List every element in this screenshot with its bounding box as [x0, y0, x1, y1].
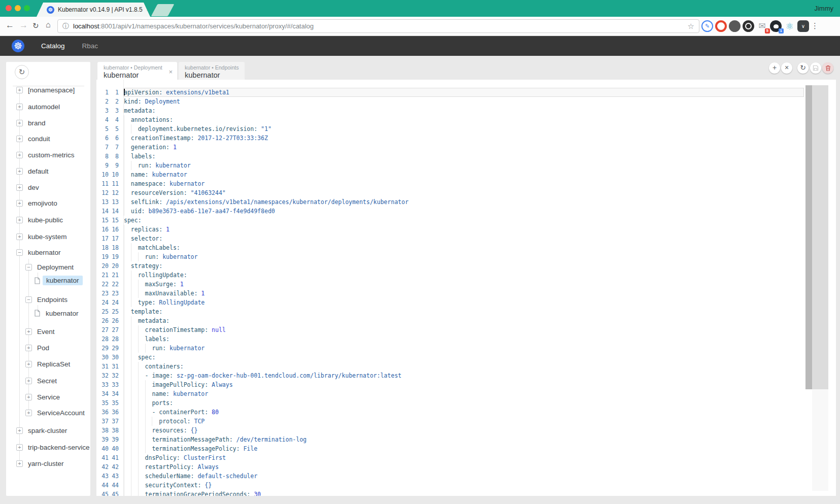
- line-number: 19: [109, 252, 119, 261]
- expand-icon[interactable]: +: [16, 427, 23, 434]
- home-icon[interactable]: ⌂: [46, 20, 51, 29]
- window-zoom-button[interactable]: [24, 5, 30, 11]
- back-icon[interactable]: ←: [6, 20, 14, 30]
- tree-item-kube-public[interactable]: +kube-public: [6, 215, 90, 226]
- expand-icon[interactable]: +: [16, 217, 23, 223]
- window-minimize-button[interactable]: [15, 5, 21, 11]
- nav-item-catalog[interactable]: Catalog: [41, 42, 65, 50]
- collapse-icon[interactable]: −: [16, 249, 23, 256]
- expand-icon[interactable]: +: [25, 345, 32, 351]
- expand-icon[interactable]: +: [16, 152, 23, 158]
- expand-icon[interactable]: +: [16, 460, 23, 467]
- bookmark-star-icon[interactable]: ☆: [688, 22, 694, 31]
- tree-item-brand[interactable]: +brand: [6, 118, 90, 129]
- browser-tab[interactable]: ☸ Kubernator v0.14.9 | API v1.8.5 ×: [37, 3, 150, 17]
- tree-item-event[interactable]: +Event: [6, 326, 90, 338]
- expand-icon[interactable]: +: [25, 328, 32, 335]
- tree-item-pod[interactable]: +Pod: [6, 343, 90, 354]
- tree-item-label: brand: [28, 119, 46, 127]
- tree-item-spark-cluster[interactable]: +spark-cluster: [6, 425, 90, 436]
- tree-item-replicaset[interactable]: +ReplicaSet: [6, 359, 90, 370]
- add-tab-button[interactable]: +: [769, 62, 780, 74]
- tree-item-deployment[interactable]: −Deployment: [6, 262, 90, 273]
- pen-extension-icon[interactable]: ✎: [701, 20, 713, 32]
- code-text: annotations:: [124, 115, 804, 124]
- sidebar-refresh-button[interactable]: ↻: [15, 65, 29, 79]
- line-number: 16: [109, 225, 119, 234]
- tree-item-kubernator[interactable]: −kubernator: [6, 247, 90, 258]
- line-number: 15: [109, 216, 119, 225]
- editor-scrollbar-thumb[interactable]: [812, 85, 828, 389]
- tree-item-custom-metrics[interactable]: +custom-metrics: [6, 150, 90, 161]
- expand-icon[interactable]: +: [25, 410, 32, 416]
- tree-item-endpoints[interactable]: −Endpoints: [6, 294, 90, 306]
- resource-tab-deployment[interactable]: kubernator • Deployment kubernator ×: [97, 62, 177, 80]
- close-tab-button[interactable]: ×: [781, 62, 792, 74]
- yaml-editor[interactable]: 11apiVersion: extensions/v1beta122kind: …: [96, 80, 836, 496]
- expand-icon[interactable]: +: [16, 87, 23, 93]
- delete-resource-button[interactable]: [822, 62, 833, 74]
- tree-item-conduit[interactable]: +conduit: [6, 133, 90, 145]
- expand-icon[interactable]: +: [25, 361, 32, 367]
- tab-close-icon[interactable]: ×: [169, 68, 173, 76]
- page-info-icon[interactable]: ⓘ: [62, 22, 69, 31]
- tree-item-kubernator[interactable]: kubernator: [6, 276, 90, 287]
- address-bar[interactable]: ⓘ localhost:8001/api/v1/namespaces/kuber…: [57, 19, 699, 33]
- github-extension-icon[interactable]: 1: [770, 20, 782, 32]
- code-text: securityContext: {}: [124, 481, 804, 490]
- expand-icon[interactable]: +: [25, 394, 32, 400]
- tree-item-default[interactable]: +default: [6, 166, 90, 177]
- code-text: terminationMessagePolicy: File: [124, 444, 804, 453]
- tab-close-icon[interactable]: ×: [147, 6, 150, 13]
- browser-profile-name[interactable]: Jimmy: [814, 5, 833, 12]
- line-number: 24: [109, 298, 119, 307]
- nav-item-rbac[interactable]: Rbac: [82, 42, 98, 50]
- evernote-extension-icon[interactable]: [729, 20, 741, 32]
- tree-item-automodel[interactable]: +automodel: [6, 102, 90, 113]
- tree-item-serviceaccount[interactable]: +ServiceAccount: [6, 408, 90, 419]
- tree-item-yarn-cluster[interactable]: +yarn-cluster: [6, 458, 90, 469]
- collapse-icon[interactable]: −: [25, 264, 32, 271]
- line-number: 28: [109, 334, 119, 344]
- tree-item-dev[interactable]: +dev: [6, 182, 90, 193]
- tree-item--nonamespace-[interactable]: +[nonamespace]: [6, 85, 90, 96]
- window-close-button[interactable]: [6, 5, 12, 11]
- code-text: apiVersion: extensions/v1beta1: [124, 88, 804, 97]
- line-number: 27: [96, 325, 109, 334]
- expand-icon[interactable]: +: [16, 168, 23, 175]
- expand-icon[interactable]: +: [16, 233, 23, 240]
- tree-item-label: Event: [37, 328, 55, 335]
- expand-icon[interactable]: +: [16, 200, 23, 207]
- tree-item-secret[interactable]: +Secret: [6, 376, 90, 387]
- save-resource-button[interactable]: [810, 62, 821, 74]
- pocket-extension-icon[interactable]: ∨: [797, 20, 809, 32]
- tab-context: kubernator • Endpoints: [185, 64, 245, 71]
- collapse-icon[interactable]: −: [25, 296, 32, 303]
- tree-item-trip-backend-service[interactable]: +trip-backend-service: [6, 442, 90, 453]
- expand-icon[interactable]: +: [16, 444, 23, 451]
- expand-icon[interactable]: +: [16, 104, 23, 110]
- mail-extension-icon[interactable]: ✉5: [756, 20, 768, 32]
- tree-item-kubernator[interactable]: kubernator: [6, 308, 90, 319]
- editor-line: 1010 name: kubernator: [96, 170, 804, 179]
- dark-circle-extension-icon[interactable]: [743, 20, 754, 32]
- red-ring-extension-icon[interactable]: [715, 20, 727, 32]
- expand-icon[interactable]: +: [25, 378, 32, 384]
- line-number: 17: [109, 234, 119, 243]
- line-number: 29: [109, 344, 119, 353]
- browser-menu-icon[interactable]: ⋮: [811, 21, 819, 30]
- tree-item-service[interactable]: +Service: [6, 392, 90, 403]
- forward-icon[interactable]: →: [19, 20, 28, 30]
- reload-icon[interactable]: ↻: [32, 21, 39, 30]
- reload-resource-button[interactable]: ↻: [797, 62, 809, 74]
- expand-icon[interactable]: +: [16, 120, 23, 126]
- tree-item-label: dev: [28, 184, 39, 191]
- tree-item-emojivoto[interactable]: +emojivoto: [6, 198, 90, 209]
- line-number: 36: [109, 408, 119, 417]
- resource-tab-endpoints[interactable]: kubernator • Endpoints kubernator: [179, 62, 245, 80]
- new-tab-button[interactable]: [151, 4, 175, 16]
- tree-item-kube-system[interactable]: +kube-system: [6, 231, 90, 243]
- expand-icon[interactable]: +: [16, 184, 23, 191]
- react-devtools-extension-icon[interactable]: ⚛: [784, 20, 795, 32]
- expand-icon[interactable]: +: [16, 136, 23, 142]
